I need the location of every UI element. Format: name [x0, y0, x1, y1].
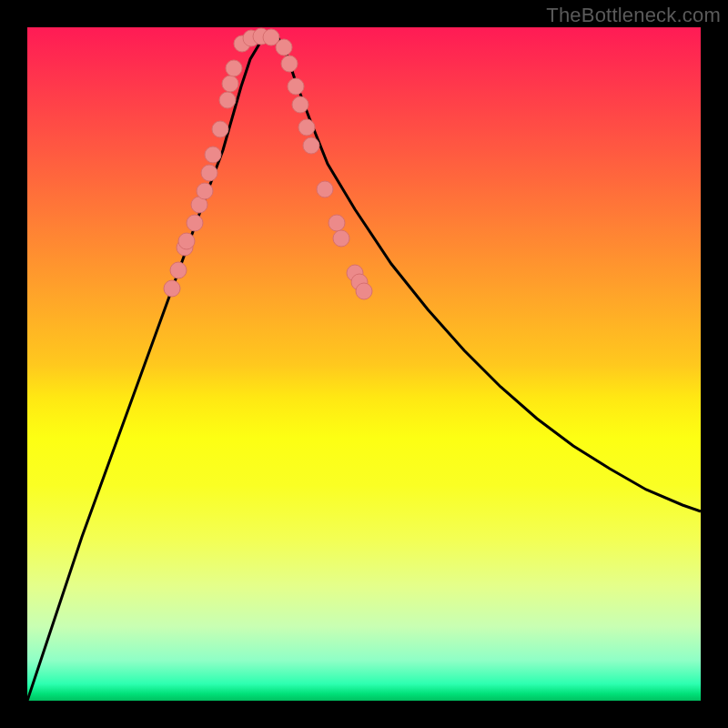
chart-frame: TheBottleneck.com: [0, 0, 728, 728]
data-point: [164, 280, 180, 297]
data-point: [333, 230, 349, 247]
watermark-text: TheBottleneck.com: [546, 4, 721, 27]
data-point: [356, 283, 372, 299]
data-point: [222, 76, 238, 92]
data-point: [212, 121, 228, 137]
bottleneck-curve: [27, 36, 701, 701]
data-point: [201, 165, 217, 181]
data-point: [205, 147, 221, 163]
data-point: [292, 96, 308, 113]
data-point: [187, 215, 203, 231]
data-point: [219, 92, 236, 108]
data-point: [298, 119, 315, 136]
data-point: [226, 60, 242, 76]
data-point: [276, 39, 292, 56]
data-point: [281, 56, 298, 72]
data-point: [288, 78, 304, 95]
data-point: [303, 137, 319, 154]
curve-markers: [164, 28, 372, 299]
data-point: [317, 181, 333, 197]
chart-svg: [27, 27, 701, 701]
data-point: [170, 262, 187, 278]
data-point: [178, 233, 195, 249]
data-point: [329, 215, 345, 231]
data-point: [197, 183, 213, 199]
